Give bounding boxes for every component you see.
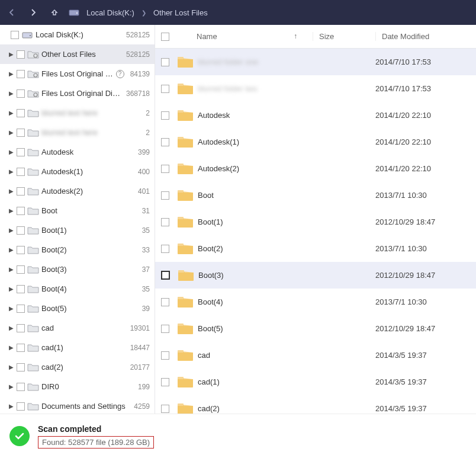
tree-checkbox[interactable] [17,148,25,156]
tree-row[interactable]: ▶blurred text here2 [0,103,155,123]
expand-icon[interactable]: ▶ [8,305,14,312]
file-row[interactable]: blurred folder two2014/7/10 17:53 [155,75,476,102]
tree-checkbox[interactable] [11,31,19,39]
tree-checkbox[interactable] [17,70,25,78]
row-checkbox[interactable] [161,85,169,93]
breadcrumb-folder[interactable]: Other Lost Files [153,8,208,17]
tree-row[interactable]: ▶Boot(4)35 [0,279,155,299]
expand-icon[interactable]: ▶ [8,129,14,136]
row-checkbox[interactable] [161,351,169,360]
tree-row[interactable]: ▶cad(2)20177 [0,357,155,377]
row-checkbox[interactable] [161,271,170,280]
tree-checkbox[interactable] [17,50,25,59]
file-row[interactable]: Boot(2)2013/7/1 10:30 [155,235,476,262]
file-name: Autodesk(2) [198,164,309,173]
nav-forward-button[interactable] [26,5,40,20]
nav-back-button[interactable] [5,5,19,20]
row-checkbox[interactable] [161,405,169,413]
tree-row[interactable]: ▶Boot(1)35 [0,220,155,240]
tree-checkbox[interactable] [17,226,25,235]
row-checkbox[interactable] [161,298,169,306]
file-row[interactable]: Boot2013/7/1 10:30 [155,182,476,209]
expand-icon[interactable]: ▶ [8,71,14,77]
row-checkbox[interactable] [161,378,169,386]
tree-row[interactable]: ▶Autodesk(1)400 [0,162,155,181]
expand-icon[interactable]: ▶ [8,51,14,57]
tree-row[interactable]: ▶Documents and Settings4259 [0,396,155,414]
expand-icon[interactable]: ▶ [8,90,14,97]
tree-row[interactable]: ▶blurred text here2 [0,123,155,142]
file-row[interactable]: Boot(5)2012/10/29 18:47 [155,315,476,342]
tree-row[interactable]: Local Disk(K:)528125 [0,25,155,44]
file-row[interactable]: blurred folder one2014/7/10 17:53 [155,49,476,75]
expand-icon[interactable]: ▶ [8,110,14,116]
tree-checkbox[interactable] [17,285,25,293]
expand-icon[interactable]: ▶ [8,344,14,351]
expand-icon[interactable]: ▶ [8,266,14,273]
tree-row[interactable]: ▶Boot(2)33 [0,240,155,260]
expand-icon[interactable]: ▶ [8,364,14,370]
row-checkbox[interactable] [161,111,169,120]
file-row[interactable]: cad(1)2014/3/5 19:37 [155,369,476,395]
row-checkbox[interactable] [161,138,169,146]
help-icon[interactable]: ? [116,70,124,78]
expand-icon[interactable]: ▶ [8,227,14,233]
tree-checkbox[interactable] [17,246,25,254]
row-checkbox[interactable] [161,191,169,200]
tree-checkbox[interactable] [17,129,25,137]
row-checkbox[interactable] [161,245,169,253]
tree-checkbox[interactable] [17,305,25,313]
file-row[interactable]: Autodesk(2)2014/1/20 22:10 [155,155,476,182]
file-row[interactable]: Autodesk(1)2014/1/20 22:10 [155,129,476,155]
tree-row[interactable]: ▶Boot31 [0,201,155,220]
tree-row[interactable]: ▶Files Lost Original Dire...368718 [0,84,155,103]
tree-row[interactable]: ▶Files Lost Original N...?84139 [0,64,155,84]
tree-checkbox[interactable] [17,265,25,274]
row-checkbox[interactable] [161,165,169,173]
row-checkbox[interactable] [161,58,169,66]
tree-checkbox[interactable] [17,187,25,196]
file-row[interactable]: Boot(4)2013/7/1 10:30 [155,289,476,315]
tree-checkbox[interactable] [17,402,25,411]
expand-icon[interactable]: ▶ [8,207,14,214]
expand-icon[interactable]: ▶ [8,286,14,292]
file-row[interactable]: Autodesk2014/1/20 22:10 [155,102,476,129]
tree-row[interactable]: ▶cad19301 [0,318,155,338]
tree-row[interactable]: ▶Boot(5)39 [0,299,155,318]
expand-icon[interactable]: ▶ [8,403,14,409]
tree-checkbox[interactable] [17,363,25,371]
expand-icon[interactable]: ▶ [8,246,14,253]
tree-checkbox[interactable] [17,207,25,215]
file-row[interactable]: cad(2)2014/3/5 19:37 [155,395,476,414]
nav-up-button[interactable] [47,5,62,20]
file-name: blurred folder two [198,84,309,93]
tree-checkbox[interactable] [17,109,25,117]
expand-icon[interactable]: ▶ [8,325,14,331]
breadcrumb-disk[interactable]: Local Disk(K:) [86,8,134,17]
row-checkbox[interactable] [161,325,169,333]
tree-row[interactable]: ▶Autodesk(2)401 [0,181,155,201]
file-row[interactable]: cad2014/3/5 19:37 [155,342,476,369]
expand-icon[interactable]: ▶ [8,168,14,175]
tree-checkbox[interactable] [17,383,25,391]
file-row[interactable]: Boot(3)2012/10/29 18:47 [155,262,476,289]
expand-icon[interactable]: ▶ [8,149,14,155]
tree-checkbox[interactable] [17,168,25,176]
tree-checkbox[interactable] [17,89,25,98]
column-date[interactable]: Date Modified [375,32,470,41]
tree-checkbox[interactable] [17,324,25,332]
tree-row[interactable]: ▶DIR0199 [0,377,155,396]
file-row[interactable]: Boot(1)2012/10/29 18:47 [155,209,476,235]
expand-icon[interactable]: ▶ [8,383,14,390]
column-name[interactable]: Name↑ [197,32,309,41]
row-checkbox[interactable] [161,218,169,226]
expand-icon[interactable]: ▶ [8,188,14,194]
column-size[interactable]: Size [313,32,372,41]
tree-row[interactable]: ▶Boot(3)37 [0,260,155,279]
tree-checkbox[interactable] [17,344,25,352]
select-all-checkbox[interactable] [161,33,169,41]
folder-icon [27,49,39,60]
tree-row[interactable]: ▶cad(1)18447 [0,338,155,357]
tree-row[interactable]: ▶Autodesk399 [0,142,155,162]
tree-row[interactable]: ▶Other Lost Files528125 [0,44,155,64]
